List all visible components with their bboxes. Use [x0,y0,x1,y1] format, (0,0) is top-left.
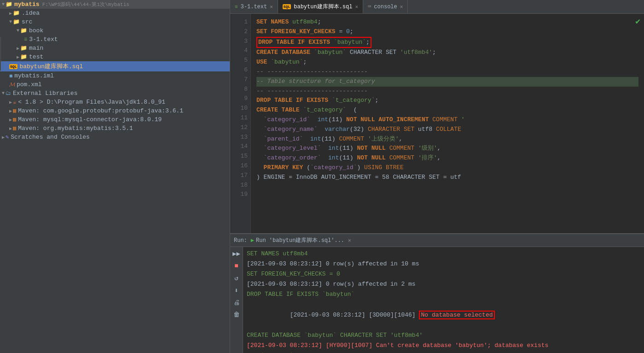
scratch-icon: ✎ [6,134,9,141]
run-tab-close[interactable]: ✕ [348,237,351,243]
structure-tab[interactable]: Structure [0,37,1,71]
expand-arrow: ▼ [2,2,5,7]
tab-console[interactable]: ⌨ console ✕ [363,0,408,13]
code-line-8: -- Table structure for t_category [256,77,638,87]
code-line-4: DROP TABLE IF EXISTS `babytun`; [256,37,638,48]
panel-actions: ▶▶ ■ ↺ ⬇ 🖨 🗑 [230,247,243,353]
code-content[interactable]: SET NAMES utf8mb4; SET FOREIGN_KEY_CHECK… [251,14,644,233]
code-line-14: `parent_id` int(11) COMMENT '上级分类', [256,135,638,144]
editor-tabs: ≡ 3-1.text ✕ SQL babytun建库脚本.sql ✕ ⌨ con… [230,0,644,14]
tab-sql[interactable]: SQL babytun建库脚本.sql ✕ [278,0,363,13]
run-line-2: [2021-09-03 08:23:12] 0 row(s) affected … [247,259,640,269]
expand-arrow-book: ▼ [17,28,19,33]
no-database-error: No database selected [419,311,494,319]
xml-file-icon: 𝓜 [9,82,15,88]
libs-icon: 🗂 [6,90,11,97]
expand-arrow-main: ▶ [17,46,19,51]
code-line-2: SET NAMES utf8mb4; [256,18,638,27]
sql-file-icon: SQL [9,64,17,69]
rerun-button[interactable]: ↺ [233,273,239,283]
tree-item-jdk[interactable]: ▶ ☕ < 1.8 > D:\Program Files\Java\jdk1.8… [0,98,230,106]
tree-item-pom-xml[interactable]: 𝓜 pom.xml [0,80,230,89]
expand-arrow-mysql: ▶ [9,117,12,123]
maven-icon-mybatis: ▦ [13,125,16,132]
tree-item-maven-mybatis[interactable]: ▶ ▦ Maven: org.mybatis:mybatis:3.5.1 [0,124,230,133]
tab-console-close[interactable]: ✕ [400,4,403,10]
run-again-button[interactable]: ▶▶ [232,249,241,259]
scroll-down-button[interactable]: ⬇ [233,286,239,295]
code-line-18: ) ENGINE = InnoDB AUTO_INCREMENT = 58 CH… [256,173,638,182]
tree-item-src[interactable]: ▼ 📁 src [0,18,230,26]
tree-item-maven-mysql[interactable]: ▶ ▦ Maven: mysql:mysql-connector-java:8.… [0,115,230,124]
tab-sql-icon: SQL [283,4,291,9]
file-tree: Structure ▼ 📁 mybatis F:\WPS源码\44\44-第1次… [0,0,230,353]
code-line-9: -- ---------------------------- [256,87,638,96]
code-line-17: PRIMARY KEY (`category_id`) USING BTREE [256,163,638,173]
folder-icon-main: 📁 [20,45,27,52]
tab-console-label: console [374,4,397,10]
run-line-9: USE `babytun` [247,351,640,353]
tree-item-3-1-text[interactable]: ≡ 3-1.text [0,35,230,44]
run-panel: Run: ▶ Run 'babytun建库脚本.sql'... ✕ ▶▶ ■ ↺… [230,233,644,353]
maven-icon-mysql: ▦ [13,116,16,123]
play-icon: ▶ [251,237,254,244]
file-icon-text: ≡ [24,36,27,43]
folder-icon-test: 📁 [20,53,27,60]
run-tab[interactable]: ▶ Run 'babytun建库脚本.sql'... [251,236,344,244]
tree-item-mybatis[interactable]: ▼ 📁 mybatis F:\WPS源码\44\44-第1次\mybatis [0,0,230,9]
tab-text-close[interactable]: ✕ [270,4,273,10]
tab-sql-close[interactable]: ✕ [355,4,358,10]
folder-icon-src: 📁 [13,18,20,25]
code-line-3: SET FOREIGN_KEY_CHECKS = 0; [256,27,638,37]
tree-item-scratches[interactable]: ▶ ✎ Scratches and Consoles [0,133,230,141]
expand-arrow-src: ▼ [9,19,12,24]
run-bar: Run: ▶ Run 'babytun建库脚本.sql'... ✕ [230,234,644,247]
run-line-3: SET FOREIGN_KEY_CHECKS = 0 [247,269,640,279]
tab-text-label: 3-1.text [241,4,267,10]
stop-button[interactable]: ■ [233,261,239,271]
iml-file-icon: ◼ [9,72,12,79]
tab-text-icon: ≡ [235,4,238,10]
run-tab-label: Run 'babytun建库脚本.sql'... [256,236,344,244]
run-panel-body: ▶▶ ■ ↺ ⬇ 🖨 🗑 SET NAMES utf8mb4 [2021-09-… [230,247,644,353]
tree-item-idea[interactable]: ▶ 📁 .idea [0,9,230,18]
run-content: SET NAMES utf8mb4 [2021-09-03 08:23:12] … [243,247,644,353]
print-button[interactable]: 🖨 [232,298,241,307]
code-line-13: `category_name` varchar(32) CHARACTER SE… [256,125,638,135]
expand-arrow-protobuf: ▶ [9,108,12,114]
tab-console-icon: ⌨ [368,3,371,10]
code-line-7: -- ---------------------------- [256,67,638,77]
tree-item-babytun-sql[interactable]: SQL babytun建库脚本.sql [0,61,230,71]
folder-icon: 📁 [6,1,12,8]
code-line-6: USE `babytun`; [256,58,638,67]
tab-sql-label: babytun建库脚本.sql [294,3,352,11]
code-line-10: DROP TABLE IF EXISTS `t_category`; [256,96,638,106]
tree-item-external-libs[interactable]: ▼ 🗂 External Libraries [0,89,230,98]
expand-arrow-mybatis-lib: ▶ [9,126,12,131]
run-line-5: DROP TABLE IF EXISTS `babytun` [247,289,640,300]
code-line-5: CREATE DATABASE `babytun` CHARACTER SET … [256,48,638,58]
folder-icon-idea: 📁 [13,10,20,17]
tree-item-mybatis-iml[interactable]: ◼ mybatis.iml [0,71,230,80]
checkmark-icon: ✔ [635,16,640,26]
tab-text[interactable]: ≡ 3-1.text ✕ [230,0,278,13]
java-icon: ☕ [13,99,16,106]
run-line-8: [2021-09-03 08:23:12] [HY000][1007] Can'… [247,341,640,351]
tree-item-maven-protobuf[interactable]: ▶ ▦ Maven: com.google.protobuf:protobuf-… [0,106,230,115]
code-editor[interactable]: 12345 678910 1112131415 16171819 SET NAM… [230,14,644,233]
run-line-1: SET NAMES utf8mb4 [247,249,640,259]
code-line-12: `category_id` int(11) NOT NULL AUTO_INCR… [256,115,638,125]
run-label: Run: [234,237,247,244]
tree-item-main[interactable]: ▶ 📁 main [0,44,230,53]
tree-item-test[interactable]: ▶ 📁 test [0,53,230,61]
line-numbers: 12345 678910 1112131415 16171819 [230,14,251,233]
expand-arrow-test: ▶ [17,54,19,60]
code-line-15: `category_level` int(11) NOT NULL COMMEN… [256,144,638,153]
code-line-16: `category_order` int(11) NOT NULL COMMEN… [256,153,638,163]
run-line-6-prefix: [2021-09-03 08:23:12] [3D000][1046] [290,312,419,318]
expand-arrow-extlibs: ▼ [2,91,5,96]
clear-button[interactable]: 🗑 [232,310,241,319]
maven-icon-protobuf: ▦ [13,107,16,114]
tree-item-book[interactable]: ▼ 📁 book [0,26,230,35]
run-line-7: CREATE DATABASE `babytun` CHARACTER SET … [247,330,640,341]
